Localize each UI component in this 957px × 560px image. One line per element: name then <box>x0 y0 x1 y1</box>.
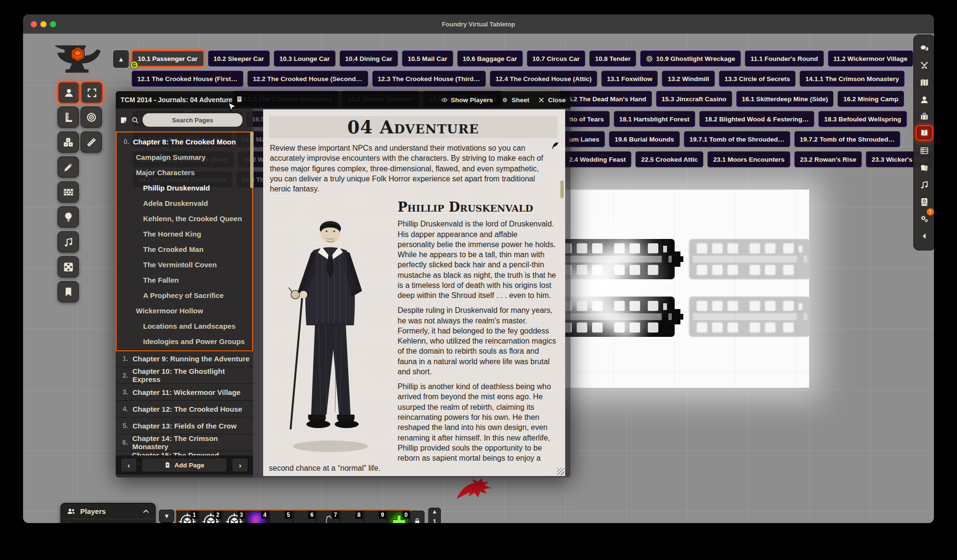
page-scrollbar-thumb[interactable] <box>560 180 564 198</box>
tiles-tool-button[interactable] <box>58 256 79 277</box>
sidebar-tab-combat[interactable] <box>914 58 934 73</box>
toc-chapter-item[interactable]: 4.Chapter 12: The Crooked House <box>116 400 253 417</box>
scene-pill[interactable]: 10.5 Mail Car <box>402 50 453 67</box>
sidebar-tab-scenes[interactable] <box>914 75 934 90</box>
macro-slot-4[interactable]: 4 <box>247 511 269 523</box>
scene-pill[interactable]: 12.1 The Crooked House (First… <box>132 71 243 87</box>
sidebar-tab-cards[interactable] <box>914 160 934 176</box>
scene-pill[interactable]: 13.1 Foxwillow <box>601 71 658 87</box>
sidebar-tab-items[interactable] <box>914 109 934 124</box>
scene-pill[interactable]: 10.8 Tender <box>589 50 636 67</box>
sidebar-tab-tables[interactable] <box>914 143 934 158</box>
measure-tool-button[interactable] <box>81 131 102 153</box>
toc-item[interactable]: Kehlenn, the Crooked Queen <box>117 211 252 226</box>
toc-item[interactable]: Campaign Summary <box>117 149 252 165</box>
previous-page-button[interactable]: ‹ <box>121 458 137 472</box>
select-tool-button[interactable] <box>81 82 103 104</box>
scene-pill[interactable]: 14.1.1 The Crimson Monastery <box>800 71 905 87</box>
macro-slot-6[interactable]: 6 <box>294 511 316 523</box>
dice-tool-button[interactable] <box>58 131 79 153</box>
toc-item[interactable]: 0.Chapter 8: The Crooked Moon <box>117 134 252 149</box>
scene-pill[interactable]: 23.2 Rowan's Rise <box>794 151 862 167</box>
scene-pill[interactable]: 10.6 Baggage Car <box>457 50 523 67</box>
sounds-tool-button[interactable] <box>58 231 79 252</box>
toc-item[interactable]: Major Characters <box>117 165 252 180</box>
journal-window-header[interactable]: TCM 2014 - Journals: 04 Adventure Show P… <box>116 91 570 108</box>
toc-chapter-item[interactable]: 5.Chapter 13: Fields of the Crow <box>116 417 253 434</box>
close-button[interactable]: Close <box>538 96 566 104</box>
toc-item[interactable]: Locations and Landscapes <box>117 318 252 334</box>
scene-pill[interactable]: 13.3 Circle of Secrets <box>719 71 796 87</box>
macos-titlebar[interactable]: Foundry Virtual Tabletop <box>23 14 934 34</box>
scene-pill[interactable]: 18.3 Befouled Wellspring <box>818 111 907 127</box>
sheet-button[interactable]: Sheet <box>501 96 529 104</box>
scene-pill[interactable]: 11.2 Wickermoor Village <box>828 50 913 67</box>
toc-scrollbar-thumb[interactable] <box>250 131 254 188</box>
scene-pill[interactable]: 22.5 Crooked Attic <box>635 151 703 167</box>
player-row[interactable]: Gamemaster [GM] <box>61 519 155 523</box>
scene-pill[interactable]: 10.9 Ghostlight Wreckage <box>640 50 741 67</box>
scene-pill[interactable]: 18.2 Blighted Wood & Festering… <box>699 111 815 127</box>
token-tool-button[interactable] <box>58 82 80 104</box>
scene-pill[interactable]: 11.1 Founder's Round <box>745 50 824 67</box>
toc-item[interactable]: The Fallen <box>117 272 252 287</box>
foundry-anvil-logo[interactable] <box>51 37 105 77</box>
notes-tool-button[interactable] <box>58 281 79 302</box>
macro-slot-2[interactable]: 2 <box>200 511 222 523</box>
scene-pill[interactable]: 15.3 Jinxcraft Casino <box>656 91 732 107</box>
toc-item[interactable]: Wickermoor Hollow <box>117 303 252 318</box>
search-input[interactable] <box>143 113 242 127</box>
scene-pill[interactable]: 10.4 Dining Car <box>339 50 398 67</box>
macro-slot-8[interactable]: 8 <box>341 511 363 523</box>
scene-pill[interactable]: 16.1 Skitterdeep Mine (Side) <box>736 91 834 107</box>
macro-slot-1[interactable]: 1 <box>176 511 199 523</box>
window-resize-handle[interactable] <box>557 468 564 475</box>
edit-quill-icon[interactable] <box>550 141 559 151</box>
macro-slot-3[interactable]: 3 <box>223 511 246 523</box>
traffic-light-maximize[interactable] <box>50 21 56 27</box>
search-icon[interactable] <box>131 116 139 124</box>
scene-pill[interactable]: 19.7.1 Tomb of the Shrouded… <box>684 131 790 147</box>
traffic-light-close[interactable] <box>31 21 37 27</box>
sidebar-tab-collapse-sidebar[interactable] <box>914 228 934 244</box>
scene-pill[interactable]: 18.1 Hartsblight Forest <box>614 111 695 127</box>
toc-chapter-item[interactable]: 3.Chapter 11: Wickermoor Village <box>116 383 253 400</box>
macro-slot-7[interactable]: 7 <box>317 511 340 523</box>
scene-pill[interactable]: 10.1 Passenger CarG <box>132 50 204 67</box>
scene-pill[interactable]: 12.4 The Crooked House (Attic) <box>490 71 597 87</box>
players-header[interactable]: Players <box>61 503 155 519</box>
traffic-light-minimize[interactable] <box>40 21 47 27</box>
toc-chapter-item[interactable]: 1.Chapter 9: Running the Adventure <box>116 350 253 367</box>
sidebar-tab-playlists[interactable] <box>914 177 934 192</box>
scene-pill[interactable]: 19.6 Burial Mounds <box>609 131 680 147</box>
hotbar-collapse-button[interactable]: ▼ <box>159 510 174 523</box>
toc-item[interactable]: The Horned King <box>117 226 252 241</box>
nav-collapse-button[interactable]: ▲ <box>113 50 129 68</box>
toc-item[interactable]: The Vermintoll Coven <box>117 257 252 272</box>
scene-pill[interactable]: 13.2 Windmill <box>662 71 715 87</box>
add-page-button[interactable]: Add Page <box>142 458 227 472</box>
scene-pill[interactable]: 10.7 Circus Car <box>527 50 585 67</box>
scene-pill[interactable]: 2.4 Wedding Feast <box>563 151 631 167</box>
elevation-ruler-tool-button[interactable] <box>58 107 79 128</box>
macro-slot-0[interactable]: 0 <box>388 511 410 523</box>
show-players-button[interactable]: Show Players <box>441 96 493 104</box>
toc-item[interactable]: A Prophecy of Sacrifice <box>117 287 252 303</box>
lighting-tool-button[interactable] <box>58 206 79 227</box>
scene-pill[interactable]: 15.2 The Dead Man's Hand <box>559 91 652 107</box>
next-page-button[interactable]: › <box>232 458 248 472</box>
scene-pill[interactable]: 16.2 Mining Camp <box>837 91 904 107</box>
drawing-tool-button[interactable] <box>58 156 79 178</box>
sidebar-tab-settings[interactable]: ! <box>914 211 934 226</box>
macro-folder-button[interactable] <box>159 523 174 523</box>
sidebar-tab-journal[interactable] <box>916 125 933 141</box>
hotbar-page-up[interactable]: ▲ <box>433 510 436 514</box>
toc-chapter-item[interactable]: 2.Chapter 10: The Ghostlight Express <box>116 367 253 383</box>
toc-item[interactable]: Adela Druskenvald <box>117 195 252 211</box>
template-tool-button[interactable] <box>81 107 102 128</box>
scene-pill[interactable]: 10.2 Sleeper Car <box>208 50 270 67</box>
sidebar-tab-actors[interactable] <box>914 92 934 107</box>
hotbar-lock-button[interactable] <box>410 511 424 523</box>
toc-item[interactable]: Ideologies and Power Groups <box>117 334 252 349</box>
scene-pill[interactable]: 23.1 Moors Encounters <box>707 151 790 167</box>
